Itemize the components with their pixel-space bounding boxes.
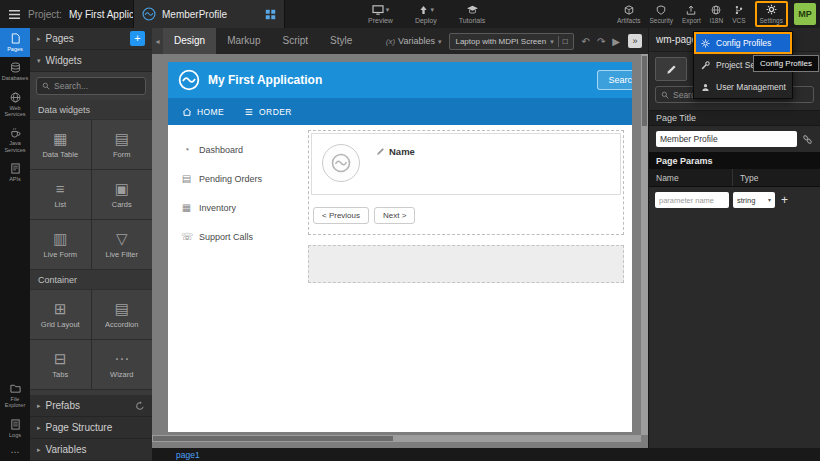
refresh-icon[interactable]	[135, 401, 145, 411]
menu-item-support-calls[interactable]: ☏Support Calls	[168, 222, 294, 251]
search-button[interactable]: Search	[597, 70, 632, 90]
page-title-input[interactable]	[656, 131, 797, 147]
page-params-header[interactable]: Page Params	[649, 152, 820, 169]
rail-item-pages[interactable]: Pages	[0, 28, 30, 57]
next-button[interactable]: Next >	[374, 207, 415, 224]
design-canvas[interactable]: My First Application Search HOME ORDER ◔…	[152, 54, 648, 448]
deploy-button[interactable]: ▾ Deploy	[415, 0, 437, 28]
vcs-button[interactable]: VCS	[732, 5, 745, 24]
left-rail: Pages Databases Web Services Java Servic…	[0, 28, 30, 461]
device-dropdown[interactable]: Laptop with MDPI Screen ▾ □	[449, 33, 573, 50]
more-icon[interactable]: ⋯	[0, 443, 30, 461]
widget-live-form[interactable]: ▥Live Form	[30, 220, 91, 269]
page-tab-memberprofile[interactable]: MemberProfile	[133, 0, 285, 28]
tutorials-button[interactable]: Tutorials	[459, 0, 486, 28]
link-icon[interactable]	[802, 134, 813, 145]
statusbar-page-tab[interactable]: page1	[176, 450, 200, 460]
selected-widget-outline[interactable]: Name < Previous Next >	[308, 130, 624, 235]
hamburger-menu-icon[interactable]	[8, 9, 21, 20]
wizard-icon: ⋯	[114, 351, 129, 366]
avatar-placeholder[interactable]	[322, 144, 360, 182]
grid-icon[interactable]	[265, 9, 276, 20]
rail-item-java-services[interactable]: Java Services	[0, 122, 30, 158]
widget-wizard[interactable]: ⋯Wizard	[92, 340, 153, 389]
collapse-panel-button[interactable]: ◂	[152, 28, 163, 54]
pages-section-header[interactable]: ▸ Pages +	[30, 28, 152, 50]
param-name-input[interactable]	[655, 192, 729, 208]
i18n-button[interactable]: i18N	[710, 5, 723, 24]
tab-script[interactable]: Script	[272, 28, 320, 54]
variables-section-header[interactable]: ▸ Variables	[30, 439, 152, 461]
search-icon	[661, 91, 669, 99]
widget-data-table[interactable]: ▦Data Table	[30, 120, 91, 169]
canvas-horizontal-scrollbar[interactable]	[152, 435, 641, 442]
widgets-section-header[interactable]: ▾ Widgets	[30, 50, 152, 72]
settings-button[interactable]: Settings	[755, 1, 789, 27]
footer-placeholder-widget[interactable]	[308, 245, 624, 283]
param-type-select[interactable]: string ▾	[733, 192, 775, 208]
canvas-toolbar: ◂ Design Markup Script Style (x) Variabl…	[152, 28, 648, 54]
tab-markup[interactable]: Markup	[216, 28, 271, 54]
menu-item-inventory[interactable]: ▦Inventory	[168, 193, 294, 222]
panel-toggle-button[interactable]: »	[628, 34, 642, 48]
page-navbar-widget[interactable]: HOME ORDER	[168, 98, 632, 125]
undo-icon[interactable]: ↶	[582, 36, 590, 47]
add-param-button[interactable]: +	[781, 194, 788, 206]
cards-icon: ▣	[115, 181, 129, 196]
branch-icon	[734, 5, 744, 15]
name-field[interactable]: Name	[376, 144, 415, 157]
tutorials-cap-icon	[466, 5, 479, 15]
rail-item-web-services[interactable]: Web Services	[0, 87, 30, 123]
rail-item-logs[interactable]: Logs	[0, 414, 30, 443]
maximize-icon[interactable]: □	[563, 37, 568, 46]
artifacts-button[interactable]: Artifacts	[617, 5, 640, 24]
chevron-right-icon: ▸	[37, 35, 41, 42]
page-header-widget[interactable]: My First Application Search	[168, 62, 632, 98]
group-title-data-widgets[interactable]: Data widgets	[30, 100, 152, 120]
tab-design[interactable]: Design	[163, 28, 216, 54]
widget-cards[interactable]: ▣Cards	[92, 170, 153, 219]
widget-list[interactable]: ≡List	[30, 170, 91, 219]
page-preview[interactable]: My First Application Search HOME ORDER ◔…	[168, 62, 632, 432]
preview-monitor-icon	[372, 5, 384, 15]
page-title-label: Page Title	[649, 110, 820, 126]
preview-button[interactable]: ▾ Preview	[368, 0, 393, 28]
previous-button[interactable]: < Previous	[313, 207, 369, 224]
caret-down-icon: ▾	[550, 38, 554, 45]
rail-item-apis[interactable]: APIs	[0, 158, 30, 187]
widget-search-input[interactable]	[54, 81, 140, 91]
tab-style[interactable]: Style	[319, 28, 363, 54]
widget-tabs[interactable]: ⊟Tabs	[30, 340, 91, 389]
rail-item-databases[interactable]: Databases	[0, 57, 30, 86]
add-page-button[interactable]: +	[130, 31, 145, 46]
widget-grid-layout[interactable]: ⊞Grid Layout	[30, 290, 91, 339]
live-filter-icon: ▽	[116, 231, 128, 246]
member-card-widget[interactable]: Name	[311, 133, 621, 195]
widget-live-filter[interactable]: ▽Live Filter	[92, 220, 153, 269]
run-icon[interactable]: ▶	[612, 36, 620, 47]
menu-item-dashboard[interactable]: ◔Dashboard	[168, 135, 294, 164]
edit-markup-button[interactable]	[655, 57, 687, 81]
page-structure-section-header[interactable]: ▸ Page Structure	[30, 417, 152, 439]
avatar[interactable]: MP	[794, 3, 816, 25]
rail-item-file-explorer[interactable]: File Explorer	[0, 378, 30, 414]
menu-item-config-profiles[interactable]: Config Profiles	[694, 32, 792, 54]
export-button[interactable]: Export	[682, 5, 701, 24]
database-icon	[10, 62, 21, 73]
nav-item-home[interactable]: HOME	[182, 107, 224, 117]
scrollbar-thumb[interactable]	[642, 56, 647, 126]
project-label: Project:	[28, 9, 62, 20]
redo-icon[interactable]: ↷	[597, 36, 605, 47]
widget-accordion[interactable]: ▤Accordion	[92, 290, 153, 339]
menu-item-pending-orders[interactable]: ▤Pending Orders	[168, 164, 294, 193]
nav-item-order[interactable]: ORDER	[244, 107, 292, 117]
variables-dropdown[interactable]: (x) Variables ▾	[386, 36, 442, 46]
caret-down-icon: ▾	[438, 38, 442, 45]
scrollbar-thumb[interactable]	[153, 436, 393, 441]
menu-item-user-management[interactable]: User Management	[694, 76, 792, 98]
security-button[interactable]: Security	[649, 5, 672, 24]
widget-form[interactable]: ▤Form	[92, 120, 153, 169]
group-title-container[interactable]: Container	[30, 270, 152, 290]
canvas-vertical-scrollbar[interactable]	[641, 54, 648, 435]
prefabs-section-header[interactable]: ▸ Prefabs	[30, 395, 152, 417]
